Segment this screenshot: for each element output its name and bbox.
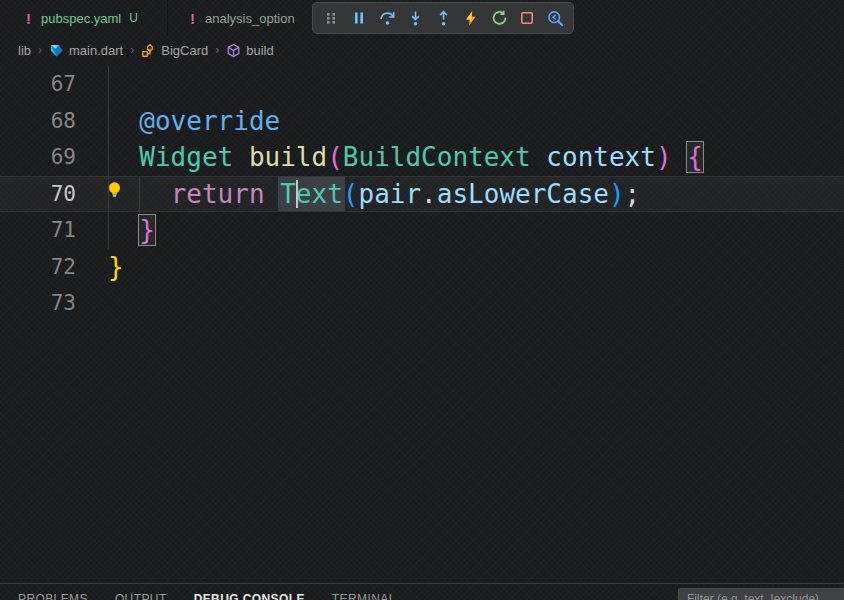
- breadcrumb-item-lib[interactable]: lib: [18, 43, 31, 58]
- line-number[interactable]: 69: [0, 139, 76, 176]
- breadcrumb-label: main.dart: [69, 43, 123, 58]
- code-token: ): [609, 179, 625, 209]
- tab-terminal[interactable]: TERMINAL: [332, 592, 396, 600]
- line-number[interactable]: 72: [0, 249, 76, 286]
- code-token: Text: [280, 179, 343, 209]
- code-token: [672, 142, 688, 172]
- code-line[interactable]: 67: [0, 66, 844, 103]
- line-number[interactable]: 73: [0, 285, 76, 322]
- code-token: .: [421, 179, 437, 209]
- tab-label: pubspec.yaml: [41, 11, 121, 26]
- widget-inspector-icon[interactable]: [543, 6, 567, 30]
- code-token: build: [249, 142, 327, 172]
- tab-output[interactable]: OUTPUT: [115, 592, 167, 600]
- code-line-content: }: [76, 212, 155, 249]
- code-line[interactable]: 69 Widget build(BuildContext context) {: [0, 139, 844, 176]
- code-token: context: [546, 142, 656, 172]
- dart-file-icon: [49, 43, 64, 58]
- code-token: }: [108, 252, 124, 282]
- tab-analysis-options[interactable]: ! analysis_option: [168, 0, 315, 36]
- breadcrumb-label: lib: [18, 43, 31, 58]
- code-token: [265, 179, 281, 209]
- code-token: {: [687, 142, 703, 172]
- exclamation-icon: !: [26, 10, 31, 27]
- code-token: @override: [139, 106, 280, 136]
- breadcrumb-label: BigCard: [161, 43, 208, 58]
- debug-toolbar: [312, 2, 574, 34]
- method-icon: [226, 43, 241, 58]
- code-line[interactable]: 71 }: [0, 212, 844, 249]
- code-line[interactable]: 72}: [0, 249, 844, 286]
- code-token: ;: [625, 179, 641, 209]
- line-number[interactable]: 71: [0, 212, 76, 249]
- code-token: pair: [358, 179, 421, 209]
- code-line-content: [76, 285, 108, 322]
- breadcrumb-item-main-dart[interactable]: main.dart: [49, 43, 123, 58]
- tab-problems[interactable]: PROBLEMS: [18, 592, 88, 600]
- code-line[interactable]: 68 @override: [0, 103, 844, 140]
- step-over-icon[interactable]: [375, 6, 399, 30]
- debug-console-filter-input[interactable]: [678, 588, 844, 600]
- step-into-icon[interactable]: [403, 6, 427, 30]
- tab-debug-console[interactable]: DEBUG CONSOLE: [194, 592, 305, 600]
- tab-pubspec-yaml[interactable]: ! pubspec.yaml U: [0, 0, 168, 36]
- code-token: BuildContext: [343, 142, 531, 172]
- text-cursor: [296, 180, 298, 208]
- bottom-panel: PROBLEMS OUTPUT DEBUG CONSOLE TERMINAL: [0, 583, 844, 600]
- stop-icon[interactable]: [515, 6, 539, 30]
- class-icon: [141, 43, 156, 58]
- line-number[interactable]: 70: [0, 176, 76, 213]
- breadcrumb: lib › main.dart › BigCard › build: [0, 36, 844, 64]
- step-out-icon[interactable]: [431, 6, 455, 30]
- editor-tab-bar: ! pubspec.yaml U ! analysis_option: [0, 0, 844, 36]
- code-token: [108, 106, 139, 136]
- breadcrumb-label: build: [246, 43, 273, 58]
- code-token: asLowerCase: [437, 179, 609, 209]
- chevron-right-icon: ›: [38, 43, 42, 57]
- breadcrumb-item-build[interactable]: build: [226, 43, 273, 58]
- code-line[interactable]: 73: [0, 285, 844, 322]
- hot-reload-icon[interactable]: [459, 6, 483, 30]
- code-editor[interactable]: 6768 @override69 Widget build(BuildConte…: [0, 64, 844, 583]
- code-token: [233, 142, 249, 172]
- code-lines: 6768 @override69 Widget build(BuildConte…: [0, 64, 844, 322]
- chevron-right-icon: ›: [130, 43, 134, 57]
- line-number[interactable]: 68: [0, 103, 76, 140]
- pause-icon[interactable]: [347, 6, 371, 30]
- code-token: ): [656, 142, 672, 172]
- code-token: Widget: [139, 142, 233, 172]
- exclamation-icon: !: [190, 10, 195, 27]
- code-line-content: [76, 66, 108, 103]
- restart-icon[interactable]: [487, 6, 511, 30]
- code-line-content: @override: [76, 103, 280, 140]
- code-token: (: [343, 179, 359, 209]
- code-line-content: Widget build(BuildContext context) {: [76, 139, 703, 176]
- lightbulb-icon[interactable]: [106, 180, 123, 206]
- code-token: [108, 215, 139, 245]
- code-line-content: }: [76, 249, 124, 286]
- tab-label: analysis_option: [205, 11, 295, 26]
- code-token: }: [139, 215, 155, 245]
- code-line-content: return Text(pair.asLowerCase);: [76, 176, 640, 213]
- code-line[interactable]: 70 return Text(pair.asLowerCase);: [0, 176, 844, 213]
- breadcrumb-item-bigcard[interactable]: BigCard: [141, 43, 208, 58]
- line-number[interactable]: 67: [0, 66, 76, 103]
- drag-handle-icon[interactable]: [319, 6, 343, 30]
- code-token: (: [327, 142, 343, 172]
- chevron-right-icon: ›: [215, 43, 219, 57]
- code-token: [531, 142, 547, 172]
- code-token: [108, 142, 139, 172]
- git-status-badge: U: [129, 11, 138, 25]
- code-token: return: [171, 179, 265, 209]
